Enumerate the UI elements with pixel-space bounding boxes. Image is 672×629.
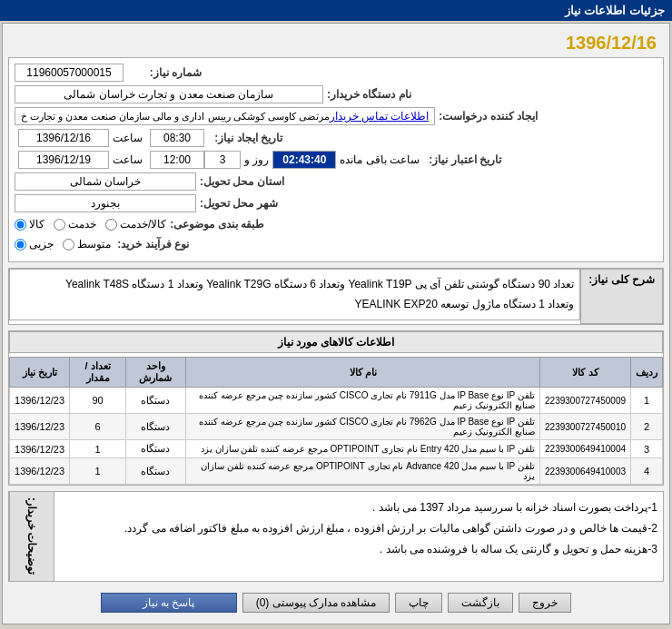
cell-kod: 2239300649410004 — [540, 440, 631, 458]
date-value: 1396/12/16 — [566, 33, 657, 53]
ostan-value: خراسان شمالی — [15, 172, 196, 191]
table-header-row: ردیف کد کالا نام کالا واحد شمارش تعداد /… — [10, 358, 663, 388]
notes-label: توضیحات خریدار: — [9, 492, 54, 580]
tabaqeh-kala-khidmat-label: کالا/خدمت — [120, 218, 166, 231]
tarikh-ijad-date: 1396/12/16 — [18, 129, 109, 147]
cell-tarikh: 1396/12/23 — [10, 414, 70, 440]
notes-section: 1-پرداخت بصورت اسناد خزانه با سررسید مرد… — [8, 491, 664, 581]
col-vahed: واحد شمارش — [125, 358, 185, 388]
tarikh-ijad-time: 08:30 — [150, 129, 204, 147]
cell-nam: تلفن IP نوع IP Base مدل 7962G نام تجاری … — [186, 414, 540, 440]
tabaqeh-kala-khidmat-radio[interactable] — [105, 219, 117, 231]
ijad-konande-row: ایجاد کننده درخواست: اطلاعات تماس خریدار… — [15, 107, 657, 125]
cell-vahed: دستگاه — [125, 458, 185, 485]
cell-tedad: 6 — [70, 414, 126, 440]
sharch-line2: وتعداد 1 دستگاه ماژول توسعه YEALINK EXP2… — [15, 295, 574, 315]
col-tedad: تعداد / مقدار — [70, 358, 126, 388]
nam-dastgah-value: سازمان صنعت معدن و تجارت خراسان شمالی — [15, 85, 323, 103]
pasakh-button[interactable]: پاسخ به نیاز — [101, 593, 237, 613]
sharch-content: تعداد 90 دستگاه گوشتی تلفن آی پی Yealink… — [9, 269, 580, 320]
sharch-section: شرح کلی نیاز: تعداد 90 دستگاه گوشتی تلفن… — [8, 268, 664, 325]
khoruj-button[interactable]: خروج — [519, 593, 571, 613]
nam-dastgah-label: نام دستگاه خریدار: — [323, 86, 415, 103]
sharch-line1: تعداد 90 دستگاه گوشتی تلفن آی پی Yealink… — [15, 275, 574, 295]
kala-table: ردیف کد کالا نام کالا واحد شمارش تعداد /… — [9, 357, 663, 485]
button-bar: خروج بازگشت چاپ مشاهده مدارک پیوستی (0) … — [8, 587, 664, 618]
title-bar: جزئیات اطلاعات نیاز — [0, 0, 672, 21]
cell-radif: 4 — [631, 458, 663, 485]
tabaqeh-label: طبقه بندی موضوعی: — [166, 216, 268, 232]
cell-nam: تلفن IP با سیم مدل Advance 420 نام تجاری… — [186, 458, 540, 485]
ijad-konande-text: مرتضی کاوسی کوشکی رییس اداری و مالی سازم… — [21, 111, 330, 123]
tabaqeh-khidmat-label: خدمت — [68, 218, 96, 231]
cell-kod: 2239300649410003 — [540, 458, 631, 485]
cell-kod: 2239300727450010 — [540, 414, 631, 440]
remaining-days: 3 — [204, 151, 241, 169]
notes-content: 1-پرداخت بصورت اسناد خزانه با سررسید مرد… — [54, 492, 663, 580]
tabaqeh-row: طبقه بندی موضوعی: کالا/خدمت خدمت کالا — [15, 216, 657, 232]
table-row: 4 2239300649410003 تلفن IP با سیم مدل Ad… — [10, 458, 663, 485]
shamare-niaz-value: 11960057000015 — [15, 64, 124, 82]
remaining-time: 02:43:40 — [272, 151, 336, 169]
col-radif: ردیف — [631, 358, 663, 388]
roz-va-label: روز و — [244, 153, 269, 166]
tarikh-etebar-label: تاریخ اعتبار نیاز: — [423, 152, 505, 168]
ostan-label: استان محل تحویل: — [196, 173, 288, 190]
sharch-label: شرح کلی نیاز: — [580, 269, 663, 324]
tarikh-etebar-date: 1396/12/19 — [18, 151, 109, 169]
tarikh-etebar-row: تاریخ اعتبار نیاز: ساعت باقی مانده 02:43… — [15, 151, 657, 169]
cell-radif: 1 — [631, 388, 663, 414]
sharch-wrapper: شرح کلی نیاز: تعداد 90 دستگاه گوشتی تلفن… — [9, 269, 663, 324]
date-header: 1396/12/16 — [8, 29, 664, 57]
cell-radif: 2 — [631, 414, 663, 440]
cell-nam: تلفن IP با سیم مدل Entry 420 نام تجاری O… — [186, 440, 540, 458]
table-row: 2 2239300727450010 تلفن IP نوع IP Base م… — [10, 414, 663, 440]
note-item: 1-پرداخت بصورت اسناد خزانه با سررسید مرد… — [60, 497, 657, 518]
tabaqeh-kala-radio[interactable] — [15, 219, 26, 231]
baqi-mande-label: ساعت باقی مانده — [340, 153, 420, 166]
noe-jozi-label: جزیی — [29, 238, 54, 251]
tarikh-ijad-row: تاریخ ایجاد نیاز: 08:30 ساعت 1396/12/16 — [15, 129, 657, 147]
chap-button[interactable]: چاپ — [395, 593, 442, 613]
tarikh-etebar-time-label: ساعت — [113, 153, 143, 166]
tabaqeh-kala: کالا — [15, 218, 44, 231]
shamare-niaz-label: شماره نیاز: — [124, 64, 205, 81]
noe-motavasset-radio[interactable] — [63, 239, 74, 251]
shahr-value: بجنورد — [15, 194, 196, 212]
ostan-row: استان محل تحویل: خراسان شمالی — [15, 172, 657, 191]
cell-tarikh: 1396/12/23 — [10, 440, 70, 458]
tabaqeh-khidmat-radio[interactable] — [54, 219, 65, 231]
tabaqeh-radio-group: کالا/خدمت خدمت کالا — [15, 218, 166, 231]
tabaqeh-kala-label: کالا — [29, 218, 44, 231]
tabaqeh-khidmat: خدمت — [54, 218, 96, 231]
ijad-konande-value: اطلاعات تماس خریدار مرتضی کاوسی کوشکی ری… — [15, 107, 435, 125]
cell-tedad: 1 — [70, 440, 126, 458]
form-section: شماره نیاز: 11960057000015 نام دستگاه خر… — [8, 57, 664, 262]
noe-farayand-label: نوع فرآیند خرید: — [111, 236, 193, 252]
cell-tarikh: 1396/12/23 — [10, 388, 70, 414]
tabaqeh-kala-khidmat: کالا/خدمت — [105, 218, 166, 231]
shahr-label: شهر محل تحویل: — [196, 195, 282, 211]
table-row: 3 2239300649410004 تلفن IP با سیم مدل En… — [10, 440, 663, 458]
col-tarikh: تاریخ نیاز — [10, 358, 70, 388]
main-container: fiL 1396/12/16 شماره نیاز: 1196005700001… — [2, 23, 670, 624]
noe-farayand-row: نوع فرآیند خرید: متوسط جزیی — [15, 236, 657, 252]
ijad-konande-label: ایجاد کننده درخواست: — [435, 108, 541, 124]
noe-jozi-radio[interactable] — [15, 239, 26, 251]
cell-nam: تلفن IP نوع IP Base مدل 7911G نام تجاری … — [186, 388, 540, 414]
moshahedeh-button[interactable]: مشاهده مدارک پیوستی (0) — [242, 593, 390, 613]
etelas-tamas-link[interactable]: اطلاعات تماس خریدار — [330, 110, 430, 123]
noe-farayand-radio-group: متوسط جزیی — [15, 238, 111, 251]
shamare-niaz-row: شماره نیاز: 11960057000015 — [15, 64, 657, 82]
cell-tedad: 90 — [70, 388, 126, 414]
noe-motavasset-label: متوسط — [77, 238, 111, 251]
col-nam: نام کالا — [186, 358, 540, 388]
noe-motavasset: متوسط — [63, 238, 111, 251]
shahr-row: شهر محل تحویل: بجنورد — [15, 194, 657, 212]
note-item: 3-هزینه حمل و تحویل و گارنتی یک ساله با … — [60, 539, 657, 560]
cell-tarikh: 1396/12/23 — [10, 458, 70, 485]
cell-tedad: 1 — [70, 458, 126, 485]
bazgasht-button[interactable]: بازگشت — [448, 593, 513, 613]
noe-jozi: جزیی — [15, 238, 54, 251]
tarikh-ijad-time-label: ساعت — [113, 132, 143, 144]
